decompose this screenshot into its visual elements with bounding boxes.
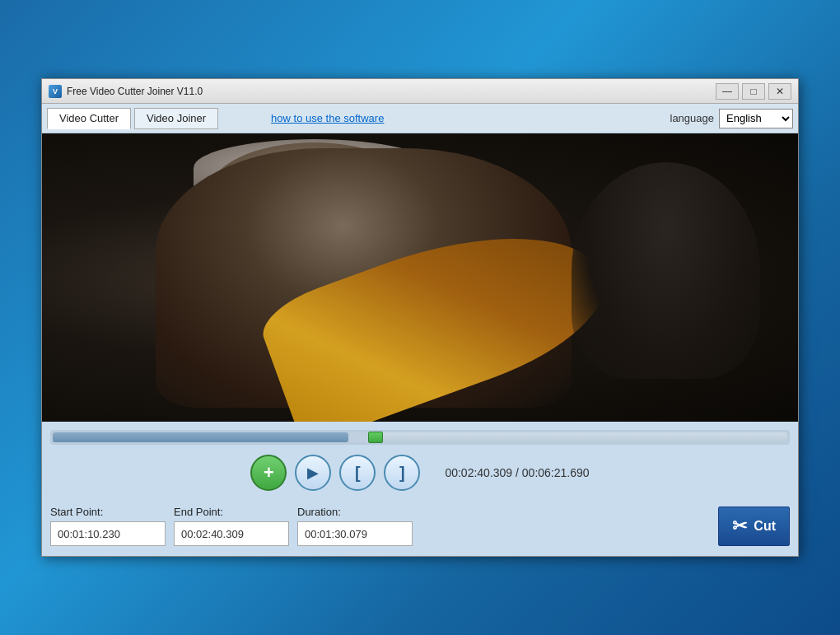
video-player[interactable] (42, 133, 798, 422)
time-separator: / (512, 466, 522, 479)
titlebar: V Free Video Cutter Joiner V11.0 — □ ✕ (42, 79, 798, 104)
window-title: Free Video Cutter Joiner V11.0 (67, 86, 716, 97)
window-controls: — □ ✕ (716, 83, 791, 100)
minimize-button[interactable]: — (716, 83, 739, 100)
app-icon: V (49, 85, 62, 98)
tab-video-joiner[interactable]: Video Joiner (134, 108, 218, 129)
mark-in-button[interactable] (339, 455, 376, 491)
time-display: 00:02:40.309 / 00:06:21.690 (445, 466, 589, 479)
points-area: Start Point: End Point: Duration: ✂ Cut (50, 502, 790, 549)
seek-bar[interactable] (50, 430, 790, 445)
seek-thumb[interactable] (368, 432, 383, 443)
video-scene (42, 133, 798, 422)
play-button[interactable] (295, 455, 331, 491)
end-point-label: End Point: (174, 506, 289, 518)
bracket-right-icon (399, 464, 405, 483)
start-point-input[interactable] (50, 521, 166, 546)
app-window: V Free Video Cutter Joiner V11.0 — □ ✕ V… (41, 78, 799, 557)
mark-out-button[interactable] (384, 455, 420, 491)
duration-input[interactable] (297, 521, 413, 546)
add-file-button[interactable]: + (250, 455, 287, 491)
bracket-left-icon (355, 464, 361, 483)
scissors-icon: ✂ (732, 516, 747, 537)
language-label: language (670, 112, 715, 124)
duration-group: Duration: (297, 506, 413, 546)
end-point-group: End Point: (174, 506, 289, 546)
maximize-button[interactable]: □ (742, 83, 765, 100)
cut-button[interactable]: ✂ Cut (718, 507, 790, 546)
time-current: 00:02:40.309 (445, 466, 512, 479)
start-point-group: Start Point: (50, 506, 166, 546)
tab-video-cutter[interactable]: Video Cutter (47, 108, 131, 129)
language-area: language English Chinese Spanish French … (670, 109, 794, 128)
figure-background (572, 162, 761, 379)
playback-controls: + 00:02:40.309 / 00:06:21.690 (50, 455, 790, 491)
play-icon (307, 464, 319, 482)
menubar: Video Cutter Video Joiner how to use the… (42, 104, 798, 133)
seek-played (53, 432, 348, 442)
language-select[interactable]: English Chinese Spanish French German (719, 109, 793, 128)
seek-remaining (376, 432, 787, 442)
cut-button-label: Cut (754, 519, 776, 534)
how-to-link[interactable]: how to use the software (271, 112, 384, 124)
controls-area: + 00:02:40.309 / 00:06:21.690 Start Poin… (42, 422, 798, 556)
time-total: 00:06:21.690 (522, 466, 590, 479)
plus-icon: + (264, 462, 274, 483)
close-button[interactable]: ✕ (768, 83, 791, 100)
duration-label: Duration: (297, 506, 413, 518)
end-point-input[interactable] (174, 521, 289, 546)
start-point-label: Start Point: (50, 506, 166, 518)
